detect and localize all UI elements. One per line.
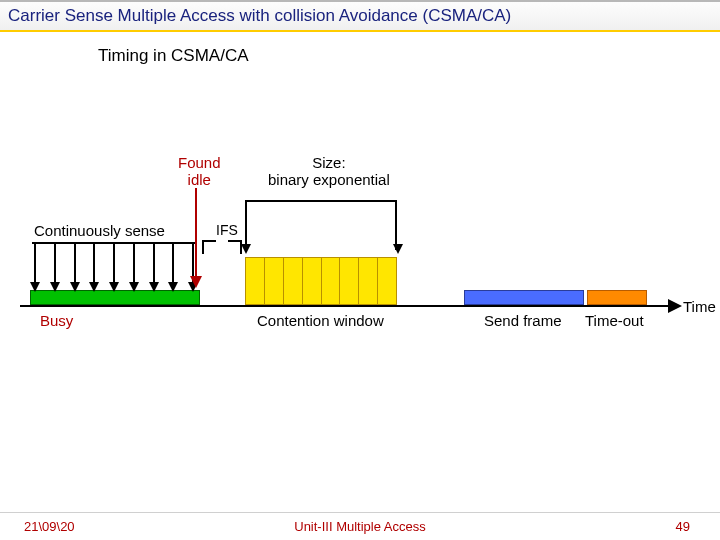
ifs-label: IFS [216, 222, 238, 238]
size-bracket [245, 200, 397, 202]
contention-slot [322, 258, 341, 304]
size-label: Size: binary exponential [268, 154, 390, 188]
sense-arrow [172, 244, 174, 290]
sense-arrow [113, 244, 115, 290]
continuously-sense-label: Continuously sense [34, 222, 165, 239]
timeout-label: Time-out [585, 312, 644, 329]
contention-slot [303, 258, 322, 304]
busy-label: Busy [40, 312, 73, 329]
contention-window-label: Contention window [257, 312, 384, 329]
timeout-bar [587, 290, 647, 305]
contention-slot [340, 258, 359, 304]
time-label: Time [683, 298, 716, 315]
slide-footer: 21\09\20 Unit-III Multiple Access 49 [0, 512, 720, 540]
sense-arrow [153, 244, 155, 290]
sense-arrows [34, 244, 194, 290]
footer-date: 21\09\20 [24, 519, 75, 534]
sense-arrow [74, 244, 76, 290]
contention-window [245, 257, 397, 305]
slide-subtitle: Timing in CSMA/CA [98, 46, 249, 66]
size-arrow-right [393, 244, 403, 254]
time-axis [20, 305, 670, 307]
sense-arrow [34, 244, 36, 290]
contention-slot [246, 258, 265, 304]
size-arrow-left [241, 244, 251, 254]
contention-slot [378, 258, 396, 304]
ifs-bracket [202, 240, 242, 241]
sense-arrow [54, 244, 56, 290]
send-frame-label: Send frame [484, 312, 562, 329]
footer-unit: Unit-III Multiple Access [294, 519, 426, 534]
sense-arrow [133, 244, 135, 290]
busy-bar [30, 290, 200, 305]
timing-diagram: Time Busy Continuously sense Found idle … [20, 150, 700, 360]
found-idle-arrow [195, 188, 197, 286]
contention-slot [265, 258, 284, 304]
slide-title: Carrier Sense Multiple Access with colli… [0, 0, 720, 32]
footer-page-number: 49 [676, 519, 690, 534]
contention-slot [284, 258, 303, 304]
contention-slot [359, 258, 378, 304]
found-idle-label: Found idle [178, 154, 221, 188]
sense-arrow [93, 244, 95, 290]
time-axis-arrow [668, 299, 682, 313]
send-frame-bar [464, 290, 584, 305]
